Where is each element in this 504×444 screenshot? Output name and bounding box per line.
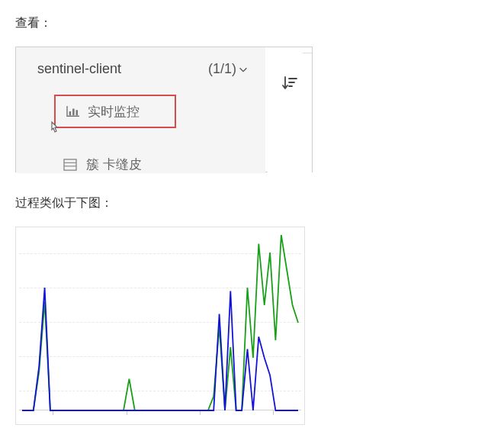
app-count: (1/1) — [208, 61, 249, 77]
pointer-cursor-icon — [45, 119, 63, 137]
svg-rect-0 — [69, 111, 71, 115]
process-similar-label: 过程类似于下图： — [15, 195, 489, 211]
svg-rect-1 — [72, 108, 74, 115]
menu-item-realtime-label: 实时监控 — [88, 103, 140, 121]
right-strip-corner — [303, 47, 312, 53]
right-panel-strip — [268, 47, 312, 173]
svg-rect-3 — [64, 159, 76, 169]
sort-icon[interactable] — [281, 75, 298, 92]
app-header[interactable]: sentinel-client (1/1) — [16, 47, 265, 88]
menu-item-realtime[interactable]: 实时监控 — [54, 95, 176, 128]
chart-canvas — [19, 230, 301, 421]
line-chart — [19, 230, 301, 421]
menu-item-partial[interactable]: 簇 卡缝皮 — [63, 156, 142, 173]
svg-rect-2 — [76, 110, 78, 115]
app-count-text: (1/1) — [208, 61, 236, 77]
chevron-down-icon — [238, 64, 249, 75]
view-label: 查看： — [15, 15, 489, 31]
bar-chart-icon — [66, 105, 80, 117]
app-name: sentinel-client — [37, 61, 121, 77]
chart-series-green — [22, 235, 298, 410]
chart-screenshot — [15, 227, 305, 425]
sidebar-panel: sentinel-client (1/1) 实时监控 — [16, 47, 265, 173]
sidebar-screenshot: sentinel-client (1/1) 实时监控 — [15, 47, 313, 172]
menu-item-partial-label: 簇 卡缝皮 — [86, 156, 142, 173]
list-icon — [63, 159, 77, 171]
chart-series-blue — [22, 288, 298, 410]
